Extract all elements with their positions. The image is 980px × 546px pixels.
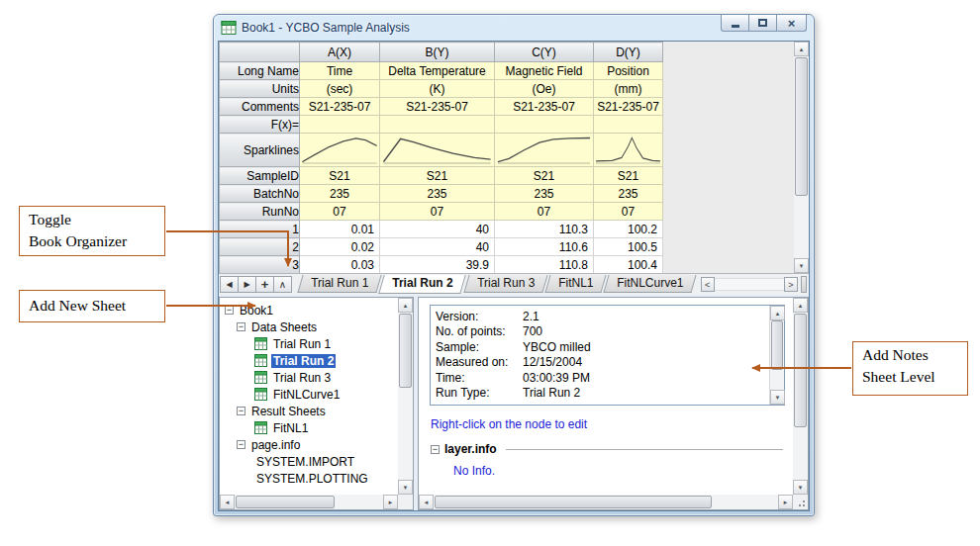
column-header-d-y[interactable]: D(Y)	[594, 43, 663, 62]
scroll-down-button[interactable]: ▼	[398, 480, 413, 495]
toggle-book-organizer-button[interactable]: ∧	[273, 276, 292, 293]
tree-item-system-import[interactable]: SYSTEM.IMPORT	[222, 453, 397, 470]
worksheet-cell[interactable]	[380, 116, 495, 134]
scrollbar-thumb[interactable]	[794, 314, 807, 427]
tree-collapse-toggle[interactable]: −	[225, 306, 234, 315]
scroll-sheet-tabs-left-button[interactable]: ◀	[220, 276, 239, 293]
worksheet-cell[interactable]: 0.03	[300, 256, 380, 274]
row-header-batchno[interactable]: BatchNo	[220, 185, 300, 203]
tab-scroll-track[interactable]	[715, 278, 784, 291]
notes-text-box[interactable]: Version:2.1No. of points:700Sample:YBCO …	[430, 305, 785, 406]
tree-item-data-sheets[interactable]: −Data Sheets	[222, 318, 397, 335]
sparkline-cell[interactable]	[495, 134, 594, 167]
scrollbar-thumb[interactable]	[236, 496, 335, 508]
sheet-tab-trial-run-2[interactable]: Trial Run 2	[379, 275, 467, 294]
tree-item-fitnlcurve1[interactable]: FitNLCurve1	[222, 386, 397, 403]
worksheet-cell[interactable]: Delta Temperature	[380, 62, 495, 80]
sparkline-cell[interactable]	[380, 134, 495, 167]
worksheet-cell[interactable]	[495, 116, 594, 134]
sparkline-cell[interactable]	[594, 134, 663, 167]
worksheet-cell[interactable]: 110.6	[495, 238, 594, 256]
title-bar[interactable]: Book1 - YCBO Sample Analysis ×	[214, 15, 814, 41]
worksheet-cell[interactable]: 07	[495, 203, 594, 221]
maximize-button[interactable]	[748, 15, 777, 32]
worksheet-cell[interactable]: 40	[380, 238, 495, 256]
pane-splitter-grip[interactable]	[801, 276, 807, 293]
column-header-c-y[interactable]: C(Y)	[495, 43, 594, 62]
layer-info-collapse-toggle[interactable]: −	[431, 445, 440, 454]
sheet-tab-fitnl1[interactable]: FitNL1	[544, 275, 607, 293]
worksheet-cell[interactable]: 235	[495, 185, 594, 203]
worksheet-cell[interactable]	[594, 116, 663, 134]
notes-vertical-scrollbar[interactable]: ▲▼	[793, 298, 808, 495]
scroll-down-button[interactable]: ▼	[770, 390, 785, 405]
tab-scroll-right-button[interactable]: >	[784, 277, 798, 292]
scrollbar-thumb[interactable]	[771, 320, 783, 370]
tree-item-trial-run-1[interactable]: Trial Run 1	[222, 335, 397, 352]
worksheet-vertical-scrollbar[interactable]: ▲▼	[794, 42, 809, 273]
minimize-button[interactable]	[721, 15, 749, 32]
scroll-down-button[interactable]: ▼	[794, 258, 809, 273]
worksheet-cell[interactable]: 0.01	[300, 221, 380, 238]
row-header-sampleid[interactable]: SampleID	[220, 167, 300, 185]
scroll-sheet-tabs-right-button[interactable]: ▶	[238, 276, 256, 293]
worksheet-cell[interactable]: 100.2	[594, 221, 663, 238]
worksheet-cell[interactable]: S21	[594, 167, 663, 185]
worksheet-cell[interactable]: (mm)	[594, 80, 663, 98]
worksheet-cell[interactable]: Magnetic Field	[495, 62, 594, 80]
worksheet-cell[interactable]: 235	[594, 185, 663, 203]
add-new-sheet-button[interactable]: +	[255, 276, 274, 293]
sheet-tab-trial-run-1[interactable]: Trial Run 1	[297, 275, 381, 293]
scrollbar-thumb[interactable]	[795, 57, 808, 196]
worksheet-cell[interactable]: 07	[594, 203, 663, 221]
worksheet-cell[interactable]: S21	[380, 167, 495, 185]
worksheet-cell[interactable]: S21-235-07	[380, 98, 495, 116]
tree-item-result-sheets[interactable]: −Result Sheets	[222, 403, 397, 419]
scroll-left-button[interactable]: ◄	[419, 495, 434, 509]
row-header-units[interactable]: Units	[220, 80, 300, 98]
scroll-up-button[interactable]: ▲	[398, 298, 413, 313]
tree-collapse-toggle[interactable]: −	[237, 440, 245, 449]
organizer-horizontal-scrollbar[interactable]: ◄►	[220, 495, 398, 509]
tree-item-page-info[interactable]: −page.info	[222, 436, 397, 453]
scroll-up-button[interactable]: ▲	[794, 42, 809, 56]
select-all-corner-cell[interactable]	[220, 43, 300, 62]
worksheet-cell[interactable]: 235	[380, 185, 495, 203]
tree-collapse-toggle[interactable]: −	[237, 322, 245, 331]
window-resize-grip[interactable]	[793, 495, 808, 509]
tab-scroll-left-button[interactable]: <	[701, 277, 715, 292]
organizer-vertical-scrollbar[interactable]: ▲▼	[398, 298, 413, 495]
column-header-b-y[interactable]: B(Y)	[380, 43, 495, 62]
row-header-3[interactable]: 3	[220, 256, 300, 274]
worksheet-cell[interactable]: (sec)	[300, 80, 380, 98]
worksheet-cell[interactable]: S21-235-07	[495, 98, 594, 116]
row-header-runno[interactable]: RunNo	[220, 203, 300, 221]
sheet-tab-fitnlcurve1[interactable]: FitNLCurve1	[604, 275, 698, 293]
worksheet-cell[interactable]: 39.9	[380, 256, 495, 274]
tree-item-trial-run-3[interactable]: Trial Run 3	[222, 369, 397, 386]
row-header-1[interactable]: 1	[220, 221, 300, 238]
worksheet-cell[interactable]: S21	[495, 167, 594, 185]
worksheet-cell[interactable]: Time	[300, 62, 380, 80]
scroll-up-button[interactable]: ▲	[770, 306, 785, 320]
worksheet-cell[interactable]: S21	[300, 167, 380, 185]
close-button[interactable]: ×	[776, 15, 807, 32]
worksheet-cell[interactable]: S21-235-07	[594, 98, 663, 116]
worksheet-cell[interactable]: Position	[594, 62, 663, 80]
row-header-f-x[interactable]: F(x)=	[220, 116, 300, 134]
worksheet-cell[interactable]: 07	[300, 203, 380, 221]
worksheet-cell[interactable]: 100.4	[594, 256, 663, 274]
worksheet-cell[interactable]: (K)	[380, 80, 495, 98]
tree-item-fitnl1[interactable]: FitNL1	[222, 419, 397, 436]
scrollbar-thumb[interactable]	[399, 314, 412, 388]
tree-item-book1[interactable]: −Book1	[222, 302, 397, 318]
scroll-down-button[interactable]: ▼	[793, 480, 808, 495]
worksheet-cell[interactable]: S21-235-07	[300, 98, 380, 116]
worksheet-cell[interactable]: 235	[300, 185, 380, 203]
worksheet-cell[interactable]: 100.5	[594, 238, 663, 256]
tree-item-trial-run-2[interactable]: Trial Run 2	[222, 352, 397, 369]
row-header-sparklines[interactable]: Sparklines	[220, 134, 300, 167]
worksheet-cell[interactable]: (Oe)	[495, 80, 594, 98]
row-header-comments[interactable]: Comments	[220, 98, 300, 116]
scroll-left-button[interactable]: ◄	[220, 495, 235, 509]
